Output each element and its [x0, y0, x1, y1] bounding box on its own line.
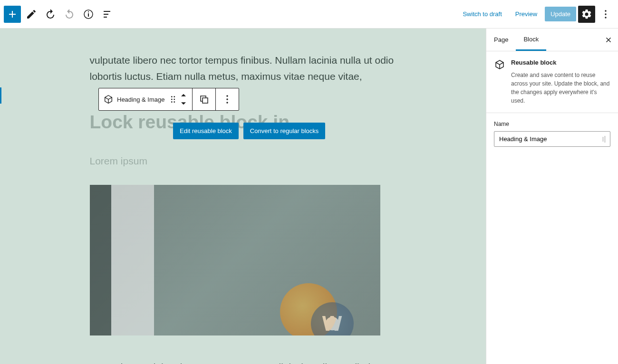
insert-block-button[interactable]	[4, 6, 21, 23]
tab-page[interactable]: Page	[486, 29, 516, 51]
paragraph-block[interactable]: vulputate libero nec tortor tempus finib…	[90, 52, 396, 84]
name-field-input[interactable]	[494, 131, 610, 147]
drag-handle-icon[interactable]	[167, 94, 179, 105]
tab-block[interactable]: Block	[516, 29, 546, 51]
svg-rect-16	[203, 98, 208, 103]
svg-point-12	[174, 99, 175, 100]
svg-point-8	[605, 17, 606, 18]
reusable-block-icon	[494, 59, 505, 70]
settings-sidebar: Page Block Reusable block Create and sav…	[486, 29, 618, 364]
settings-button[interactable]	[578, 6, 595, 23]
copy-button[interactable]	[196, 91, 212, 108]
panel-title: Reusable block	[511, 59, 610, 66]
move-down-button[interactable]	[179, 99, 188, 107]
image-block: W	[90, 185, 380, 335]
outline-button[interactable]	[99, 6, 116, 23]
block-info-panel: Reusable block Create and save content t…	[486, 51, 618, 113]
close-sidebar-button[interactable]	[599, 29, 618, 51]
redo-button[interactable]	[61, 6, 78, 23]
toolbar-left	[4, 6, 116, 23]
top-toolbar: Switch to draft Preview Update	[0, 0, 618, 29]
svg-point-18	[227, 98, 228, 100]
edit-mode-button[interactable]	[23, 6, 40, 23]
svg-rect-4	[104, 14, 108, 15]
svg-point-9	[171, 96, 173, 97]
toolbar-right: Switch to draft Preview Update	[457, 6, 614, 23]
svg-point-10	[174, 96, 175, 97]
selection-indicator	[0, 87, 1, 104]
reusable-block-icon	[103, 94, 114, 105]
undo-button[interactable]	[42, 6, 59, 23]
svg-point-13	[171, 101, 173, 103]
svg-point-14	[174, 101, 175, 103]
svg-point-11	[171, 99, 173, 100]
panel-description: Create and save content to reuse across …	[511, 71, 610, 105]
name-field-label: Name	[494, 121, 610, 127]
block-options-popover: Edit reusable block Convert to regular b…	[173, 123, 325, 139]
preview-button[interactable]: Preview	[510, 7, 543, 21]
svg-point-6	[605, 10, 606, 11]
switch-to-draft-button[interactable]: Switch to draft	[457, 7, 507, 21]
block-toolbar: Heading & Image	[98, 88, 239, 111]
block-type-label: Heading & Image	[114, 96, 167, 103]
move-up-button[interactable]	[179, 92, 188, 99]
convert-to-regular-button[interactable]: Convert to regular blocks	[243, 123, 326, 139]
reusable-block-selected[interactable]: Lock reusable block in… Lorem ipsum W	[90, 112, 396, 335]
sidebar-tabs: Page Block	[486, 29, 618, 51]
svg-point-7	[605, 13, 606, 15]
paragraph-block[interactable]: Lorem ipsum dolor sit amet, consectetur …	[90, 359, 396, 364]
svg-rect-2	[88, 11, 89, 12]
svg-point-19	[227, 102, 228, 103]
edit-reusable-block-button[interactable]: Edit reusable block	[173, 123, 239, 139]
svg-rect-3	[104, 11, 110, 12]
svg-rect-5	[104, 17, 107, 18]
details-button[interactable]	[80, 6, 97, 23]
editor-canvas[interactable]: vulputate libero nec tortor tempus finib…	[0, 29, 486, 364]
block-options-button[interactable]	[220, 91, 235, 108]
svg-rect-1	[88, 13, 89, 17]
more-options-button[interactable]	[597, 6, 614, 23]
svg-point-17	[227, 95, 228, 96]
caption-text: Lorem ipsum	[90, 155, 396, 167]
update-button[interactable]: Update	[545, 7, 576, 21]
